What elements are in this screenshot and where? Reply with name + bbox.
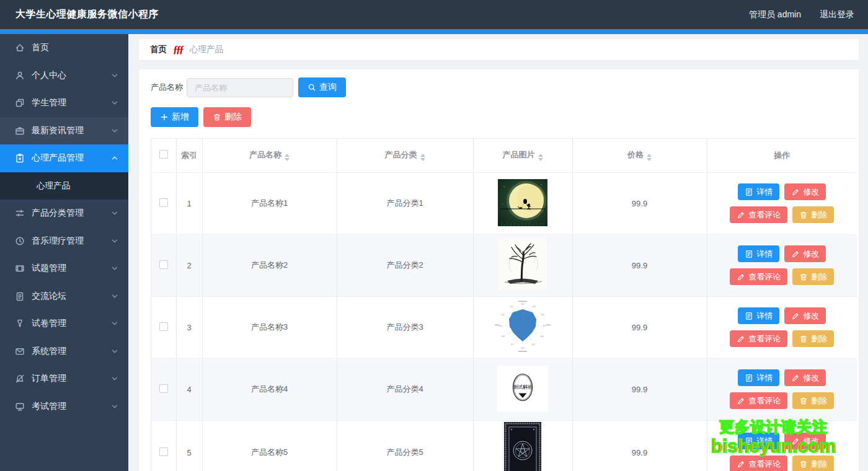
app-header: 大学生心理健康服务微信小程序 管理员 admin 退出登录 <box>0 0 868 29</box>
view-comments-button[interactable]: 查看评论 <box>730 206 787 223</box>
table-row: 3 产品名称3 产品分类3 99.9 详情 修改 查看评论 删除 <box>151 296 857 358</box>
cell-price: 99.9 <box>572 420 707 471</box>
detail-button[interactable]: 详情 <box>738 245 779 262</box>
column-header-index: 索引 <box>176 139 202 172</box>
add-button[interactable]: 新增 <box>151 107 198 127</box>
table-header-row: 索引 产品名称 产品分类 产品图片 价格 操作 <box>151 139 857 172</box>
row-checkbox[interactable] <box>159 198 168 207</box>
sidebar-item-products[interactable]: 心理产品管理 <box>0 144 128 172</box>
pen-icon <box>737 211 745 219</box>
sidebar-item-papers[interactable]: 试卷管理 <box>0 310 128 338</box>
product-image-label: 测试解析 <box>497 385 548 390</box>
add-button-label: 新增 <box>172 112 189 123</box>
chevron-down-icon <box>111 403 118 410</box>
trash-icon <box>213 113 221 121</box>
trash-icon <box>799 397 808 405</box>
cell-product-name: 产品名称2 <box>202 234 337 296</box>
header-user-area: 管理员 admin 退出登录 <box>749 9 854 20</box>
film-icon <box>15 263 25 273</box>
detail-button[interactable]: 详情 <box>738 369 779 386</box>
sidebar-item-news[interactable]: 最新资讯管理 <box>0 117 128 145</box>
view-comments-button[interactable]: 查看评论 <box>730 392 787 409</box>
delete-row-button[interactable]: 删除 <box>792 392 834 409</box>
modify-button[interactable]: 修改 <box>784 245 826 262</box>
row-checkbox[interactable] <box>159 322 168 331</box>
logout-link[interactable]: 退出登录 <box>820 9 854 20</box>
product-name-input[interactable] <box>187 78 293 97</box>
breadcrumb-home[interactable]: 首页 <box>150 44 167 55</box>
cell-price: 99.9 <box>572 172 707 234</box>
cell-product-name: 产品名称1 <box>202 172 337 234</box>
modify-button[interactable]: 修改 <box>784 369 826 386</box>
pen-icon <box>791 437 800 446</box>
content-card: 产品名称 查询 新增 删除 <box>139 69 859 471</box>
pen-nib-icon <box>15 319 25 328</box>
cell-product-name: 产品名称4 <box>202 358 337 420</box>
toolbar: 新增 删除 <box>151 107 859 127</box>
search-form: 产品名称 查询 <box>151 77 859 97</box>
detail-button[interactable]: 详情 <box>738 307 779 324</box>
sidebar-item-music[interactable]: 音乐理疗管理 <box>0 227 128 255</box>
select-all-checkbox[interactable] <box>159 150 168 159</box>
query-button-label: 查询 <box>319 82 337 93</box>
column-header-price: 价格 <box>572 139 707 172</box>
sort-caret[interactable] <box>647 154 652 161</box>
moon-tightrope-image <box>498 179 547 226</box>
detail-button[interactable]: 详情 <box>738 433 779 449</box>
row-checkbox[interactable] <box>159 260 168 269</box>
table-body: 1 产品名称1 产品分类1 99.9 详情 修改 查看评论 删除 <box>151 172 857 471</box>
chevron-down-icon <box>111 375 118 382</box>
chevron-down-icon <box>111 237 118 245</box>
admin-label: 管理员 admin <box>749 9 801 20</box>
pen-icon <box>737 397 745 405</box>
sidebar-item-products-sub[interactable]: 心理产品 <box>0 172 128 200</box>
sidebar-item-profile[interactable]: 个人中心 <box>0 62 128 90</box>
cell-index: 5 <box>176 420 202 471</box>
row-checkbox[interactable] <box>159 384 168 393</box>
row-checkbox[interactable] <box>159 447 168 456</box>
breadcrumb: 首页 ƒƒƒ 心理产品 <box>139 39 859 60</box>
delete-row-button[interactable]: 删除 <box>792 268 834 285</box>
sidebar-item-categories[interactable]: 产品分类管理 <box>0 200 128 227</box>
chevron-down-icon <box>111 72 118 79</box>
delete-row-button[interactable]: 删除 <box>792 456 834 471</box>
column-header-product-image: 产品图片 <box>473 139 572 172</box>
product-image: 测试解析 <box>497 366 548 412</box>
search-icon <box>308 83 316 92</box>
delete-row-button[interactable]: 删除 <box>792 330 834 347</box>
view-comments-button[interactable]: 查看评论 <box>730 268 787 285</box>
sidebar-item-home[interactable]: 首页 <box>0 34 128 62</box>
detail-button[interactable]: 详情 <box>738 183 779 200</box>
document-icon <box>745 437 753 446</box>
sidebar-item-system[interactable]: 系统管理 <box>0 338 128 366</box>
modify-button[interactable]: 修改 <box>784 183 826 200</box>
table-row: 1 产品名称1 产品分类1 99.9 详情 修改 查看评论 删除 <box>151 172 857 234</box>
sort-caret[interactable] <box>538 154 543 161</box>
sidebar-item-students[interactable]: 学生管理 <box>0 89 128 117</box>
products-table: 索引 产品名称 产品分类 产品图片 价格 操作 1 产品名称1 产品分类1 99… <box>151 138 856 471</box>
breadcrumb-separator-icon: ƒƒƒ <box>173 44 182 55</box>
column-header-product-name: 产品名称 <box>202 139 337 172</box>
table-row: 4 产品名称4 产品分类4 测试解析 99.9 详情 修改 查看评论 删除 <box>151 358 857 420</box>
document-icon <box>745 250 753 258</box>
sliders-icon <box>15 208 25 218</box>
sort-caret[interactable] <box>285 154 290 161</box>
sort-caret[interactable] <box>420 154 425 161</box>
cell-product-category: 产品分类2 <box>337 234 473 296</box>
product-image <box>502 421 543 471</box>
chevron-down-icon <box>111 127 118 134</box>
view-comments-button[interactable]: 查看评论 <box>730 456 787 471</box>
delete-button[interactable]: 删除 <box>203 107 251 127</box>
sidebar-item-forum[interactable]: 交流论坛 <box>0 283 128 310</box>
modify-button[interactable]: 修改 <box>784 433 826 449</box>
sidebar-item-questions[interactable]: 试题管理 <box>0 255 128 283</box>
sidebar-item-orders[interactable]: 订单管理 <box>0 365 128 393</box>
briefcase-icon <box>15 126 25 136</box>
view-comments-button[interactable]: 查看评论 <box>730 330 787 347</box>
query-button[interactable]: 查询 <box>298 77 346 97</box>
sidebar-item-exams[interactable]: 考试管理 <box>0 393 128 421</box>
cell-product-category: 产品分类4 <box>337 358 473 420</box>
chevron-down-icon <box>111 320 118 327</box>
modify-button[interactable]: 修改 <box>784 307 826 324</box>
delete-row-button[interactable]: 删除 <box>792 206 834 223</box>
